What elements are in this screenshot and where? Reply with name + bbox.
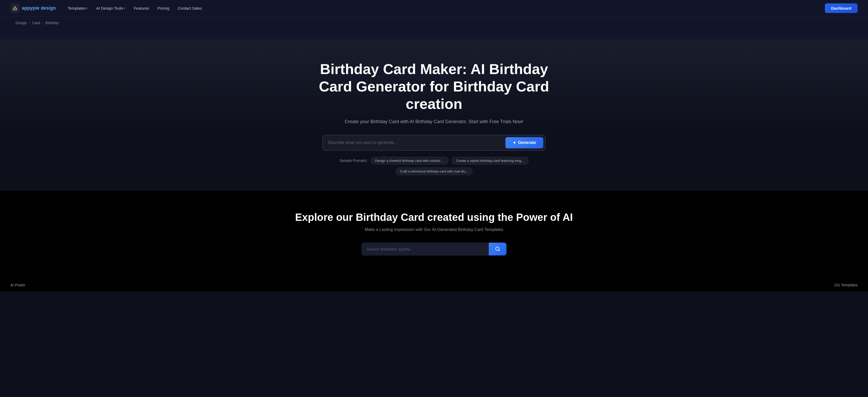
nav-link-pricing[interactable]: Pricing — [154, 4, 173, 12]
hero-title: Birthday Card Maker: AI Birthday Card Ge… — [317, 60, 551, 113]
search-input[interactable] — [362, 243, 489, 255]
nav-link-templates[interactable]: Templates ▾ — [64, 4, 91, 12]
chevron-down-icon: ▾ — [124, 7, 125, 10]
breadcrumb-separator-1: › — [29, 21, 30, 25]
navbar: appypie design Templates ▾ AI Design Too… — [0, 0, 868, 17]
search-icon — [495, 246, 500, 252]
breadcrumb-birthday[interactable]: Birthday — [45, 21, 59, 25]
hero-subtitle: Create your Birthday Card with AI Birthd… — [10, 119, 858, 124]
templates-count: 101 Templates — [834, 283, 858, 287]
ai-poster-label: AI Poster — [10, 283, 25, 287]
svg-point-2 — [13, 9, 14, 10]
prompt-chip-2[interactable]: Create a stylish birthday card featuring… — [452, 157, 528, 165]
svg-point-3 — [16, 9, 17, 10]
logo-icon — [10, 4, 20, 13]
sample-prompts: Sample Prompts: Design a cheerful birthd… — [322, 157, 546, 175]
nav-link-contact-sales[interactable]: Contact Sales — [174, 4, 205, 12]
search-button[interactable] — [489, 243, 506, 255]
explore-subtitle: Make a Lasting Impression with Our AI-Ge… — [10, 227, 858, 232]
navbar-left: appypie design Templates ▾ AI Design Too… — [10, 4, 206, 13]
search-wrapper — [361, 243, 507, 256]
logo-text: appypie design — [22, 5, 56, 11]
sparkle-icon: ✦ — [513, 140, 516, 145]
prompts-label: Sample Prompts: — [340, 159, 367, 163]
svg-rect-0 — [10, 4, 20, 13]
breadcrumb: Design › Card › Birthday — [10, 21, 858, 25]
nav-link-ai-design-tools[interactable]: AI Design Tools ▾ — [92, 4, 129, 12]
svg-line-5 — [499, 250, 500, 251]
explore-title: Explore our Birthday Card created using … — [10, 211, 858, 223]
bottom-bar: AI Poster 101 Templates — [0, 279, 868, 291]
breadcrumb-separator-2: › — [42, 21, 43, 25]
generate-input[interactable] — [328, 138, 505, 147]
breadcrumb-card[interactable]: Card — [32, 21, 40, 25]
svg-point-1 — [14, 9, 16, 11]
prompt-chip-3[interactable]: Craft a whimsical birthday card with cut… — [396, 168, 473, 175]
chevron-down-icon: ▾ — [87, 7, 88, 10]
dashboard-button[interactable]: Dashboard — [825, 3, 858, 13]
nav-link-features[interactable]: Features — [130, 4, 153, 12]
prompt-chip-1[interactable]: Design a cheerful birthday card with col… — [371, 157, 449, 165]
explore-section: Explore our Birthday Card created using … — [0, 191, 868, 279]
generate-wrapper: ✦ Generate — [322, 135, 546, 151]
hero-section: Birthday Card Maker: AI Birthday Card Ge… — [0, 39, 868, 191]
nav-links: Templates ▾ AI Design Tools ▾ Features P… — [64, 4, 206, 12]
logo[interactable]: appypie design — [10, 4, 56, 13]
generate-button[interactable]: ✦ Generate — [505, 137, 543, 148]
breadcrumb-design[interactable]: Design — [16, 21, 27, 25]
